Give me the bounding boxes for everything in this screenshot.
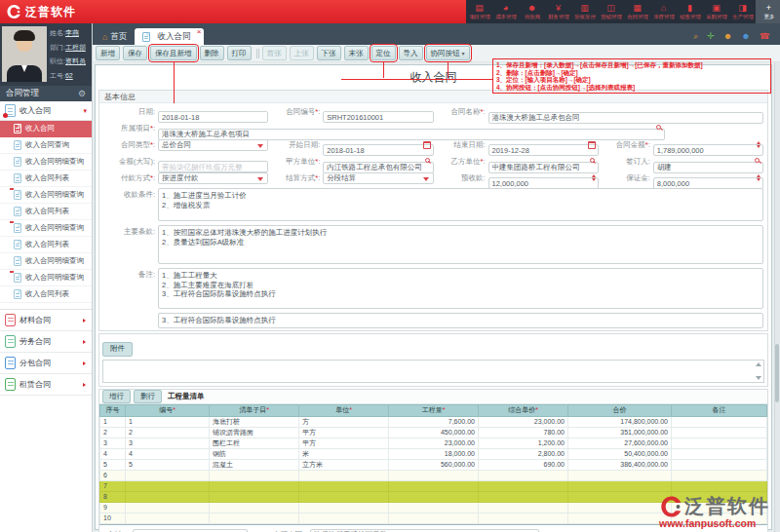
next-button[interactable]: 下张 xyxy=(317,46,341,60)
search-icon[interactable] xyxy=(755,158,760,163)
table-row[interactable]: 10 xyxy=(100,513,767,523)
calendar-icon[interactable] xyxy=(588,141,596,149)
table-row[interactable]: 7 xyxy=(100,480,767,491)
settle-method-select[interactable]: 分段结算 xyxy=(323,172,433,184)
search-icon[interactable] xyxy=(425,158,430,163)
last-button[interactable]: 末张 xyxy=(344,46,369,60)
topmenu-project[interactable]: ▤项目管理 xyxy=(466,0,492,23)
column-header[interactable]: 综合单价* xyxy=(479,404,568,416)
stepper-icon[interactable] xyxy=(757,141,760,148)
advance-input[interactable] xyxy=(488,177,599,189)
search-icon[interactable] xyxy=(590,158,595,163)
sidebar-group-lease[interactable]: 租赁合同 xyxy=(0,374,92,396)
import-button[interactable]: 导入 xyxy=(399,46,423,60)
scrollbar-thumb[interactable] xyxy=(775,344,779,402)
attachment-button[interactable]: 附件 xyxy=(102,342,133,357)
amount-words-input[interactable] xyxy=(158,161,268,172)
search-icon[interactable]: ⌕ xyxy=(693,32,698,41)
end-date-input[interactable] xyxy=(488,144,599,156)
close-icon[interactable]: × xyxy=(197,28,202,36)
topmenu-production[interactable]: ◨生产管理 xyxy=(729,0,756,23)
table-row[interactable]: 44钢筋米18,000.002,800.0050,400,000.00 xyxy=(100,448,767,459)
sidebar-item[interactable]: 收入合同明细查询 xyxy=(0,253,92,270)
topmenu-sales[interactable]: ▮销售管理 xyxy=(677,0,703,23)
sidebar-item[interactable]: 收入合同查询 xyxy=(0,137,92,154)
sidebar-item[interactable]: 收入合同明细查询 xyxy=(0,220,92,237)
date-input[interactable] xyxy=(158,111,268,123)
sidebar-item[interactable]: 收入合同列表 xyxy=(0,204,92,220)
collab-button[interactable]: 协同按钮▾ xyxy=(426,46,470,60)
attachment-area[interactable] xyxy=(102,360,764,383)
save-button[interactable]: 保存 xyxy=(123,46,147,60)
topmenu-warehouse[interactable]: ⌂库存管理 xyxy=(650,0,677,23)
topmenu-marketing[interactable]: ◫营销管理 xyxy=(598,0,624,23)
deposit-input[interactable] xyxy=(653,177,763,189)
chevron-down-icon[interactable] xyxy=(257,177,263,181)
stepper-icon[interactable] xyxy=(757,174,760,181)
topmenu-more[interactable]: +更多 xyxy=(756,0,780,23)
sidebar-item[interactable]: 收入合同列表 xyxy=(0,286,92,303)
table-row[interactable]: 9 xyxy=(100,502,767,513)
contract-no-input[interactable] xyxy=(323,111,433,123)
sidebar-item[interactable]: 收入合同列表 xyxy=(0,171,92,187)
chevron-down-icon[interactable] xyxy=(423,177,429,181)
sidebar-group-subcontract[interactable]: 分包合同 xyxy=(0,353,92,374)
sidebar-group-labor[interactable]: 劳务合同 xyxy=(0,331,92,353)
fullscreen-icon[interactable]: ✛ xyxy=(707,32,715,41)
scroll-down-icon[interactable] xyxy=(756,376,761,380)
phone-icon[interactable]: ☎ xyxy=(760,32,770,41)
delete-row-button[interactable]: 删行 xyxy=(134,390,162,403)
vertical-scrollbar[interactable] xyxy=(774,62,780,532)
main-terms-textarea[interactable]: 1、按照国家总体对港珠澳大桥的施工进度计划执行 2、质量达到国际A级标准 xyxy=(158,225,763,264)
topmenu-purchase[interactable]: ▣采购管理 xyxy=(703,0,729,23)
scroll-up-icon[interactable] xyxy=(756,362,761,366)
sidebar-group-material[interactable]: 材料合同 xyxy=(0,310,92,331)
column-header[interactable]: 合价 xyxy=(568,404,672,416)
amount-input[interactable] xyxy=(653,144,763,156)
add-button[interactable]: 新增 xyxy=(96,46,120,60)
pay-method-select[interactable]: 按进度付款 xyxy=(158,172,268,184)
table-row[interactable]: 22铺设沥青路面平方450,000.00780.00351,000,000.00 xyxy=(100,427,767,437)
party-a-input[interactable] xyxy=(323,162,433,173)
delete-button[interactable]: 删除 xyxy=(200,46,224,60)
user-icon[interactable]: ☻ xyxy=(723,32,732,41)
table-row[interactable]: 55混凝土立方米560,000.00690.00386,400,000.00 xyxy=(100,459,767,470)
save-and-add-button[interactable]: 保存且新增 xyxy=(150,46,197,60)
locate-button[interactable]: 定位 xyxy=(371,46,396,60)
column-header[interactable]: 清单子目* xyxy=(210,404,299,416)
receive-terms-textarea[interactable]: 1、施工进度当月验工计价 2、增值税发票 xyxy=(158,188,763,221)
start-date-input[interactable] xyxy=(323,144,433,156)
table-row[interactable]: 6 xyxy=(100,470,767,480)
stepper-icon[interactable] xyxy=(592,174,596,181)
table-row[interactable]: 8 xyxy=(100,491,767,502)
sidebar-item[interactable]: 收入合同明细查询 xyxy=(0,270,92,286)
sidebar-item[interactable]: 收入合同明细查询 xyxy=(0,154,92,171)
sidebar-item[interactable]: 收入合同 xyxy=(0,121,92,137)
gear-icon[interactable]: ⚙ xyxy=(78,89,86,98)
topmenu-receivable-payable[interactable]: ▥应收应付 xyxy=(571,0,598,23)
sidebar-group-income[interactable]: 收入合同 ▾ xyxy=(0,101,92,121)
table-row[interactable]: 33围栏工程平方23,000.001,200.0027,600,000.00 xyxy=(100,437,767,448)
sidebar-item[interactable]: 收入合同明细查询 xyxy=(0,187,92,204)
remark-textarea[interactable]: 1、施工工程量大 2、施工主要难度在海底打桩 3、工程符合国际防暴设施特点执行 xyxy=(158,268,763,309)
topmenu-cost[interactable]: ◕成本管理 xyxy=(492,0,519,23)
calendar-icon[interactable] xyxy=(423,141,431,149)
column-header[interactable]: 序号 xyxy=(100,404,126,416)
users-icon[interactable]: ☻ xyxy=(741,32,750,41)
table-row[interactable]: 11海底打桩方7,600.0023,000.00174,800,000.00 xyxy=(100,416,767,427)
topmenu-finance[interactable]: ¥财务管理 xyxy=(545,0,571,23)
search-icon[interactable] xyxy=(656,125,661,130)
contract-type-select[interactable]: 总价合同 xyxy=(158,139,268,151)
tab-home[interactable]: ⌂ 首页 xyxy=(95,28,135,45)
topmenu-contract[interactable]: ▦合同管理 xyxy=(624,0,650,23)
chevron-down-icon[interactable] xyxy=(257,144,263,148)
total-input[interactable] xyxy=(133,529,248,532)
remark-extra-textarea[interactable]: 3、工程符合国际防暴设施特点执行 xyxy=(158,313,763,328)
column-header[interactable]: 单位* xyxy=(299,404,389,416)
topmenu-supplier[interactable]: ☻供应商 xyxy=(519,0,545,23)
column-header[interactable]: 工程量* xyxy=(389,404,479,416)
tab-income-contract[interactable]: 收入合同 × xyxy=(135,28,204,45)
sidebar-item[interactable]: 收入合同列表 xyxy=(0,237,92,253)
total-words-input[interactable] xyxy=(310,529,539,532)
column-header[interactable]: 编号* xyxy=(126,404,210,416)
